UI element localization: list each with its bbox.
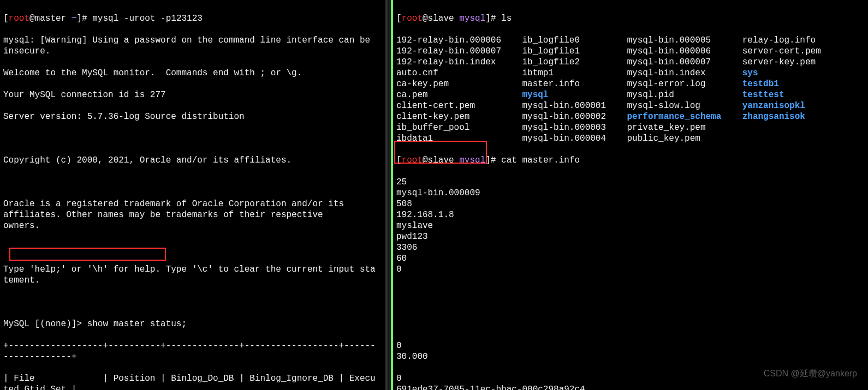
output-line: myslave [396,220,865,231]
watermark: CSDN @延瓒@yankerp [764,368,857,379]
terminal-left-pane[interactable]: [root@master ~]# mysql -uroot -p123123 m… [0,0,388,390]
mysql-prompt-line: MySQL [(none)]> show master status; [3,319,382,329]
list-item: zhangsanisok [742,111,821,122]
list-item: mysql-bin.000006 [627,46,742,57]
table-separator: +------------------+----------+---------… [3,340,382,362]
list-item: testdb1 [742,79,821,89]
list-item: ib_logfile0 [522,35,627,46]
list-item: yanzanisopkl [742,100,821,111]
list-item: ib_logfile2 [522,57,627,68]
list-item: mysql-bin.000003 [522,122,627,133]
list-item: ib_buffer_pool [396,122,522,133]
list-item: ca-key.pem [396,79,522,89]
output-line: 192.168.1.8 [396,209,865,220]
output-line: 60 [396,253,865,264]
table-header: | File | Position | Binlog_Do_DB | Binlo… [3,373,382,390]
list-item: mysql-bin.000002 [522,111,627,122]
list-item: ibtmp1 [522,68,627,79]
list-item: relay-log.info [742,35,821,46]
list-item: mysql-bin.000004 [522,133,627,144]
list-item: mysql-bin.index [627,68,742,79]
mysql-connid: Your MySQL connection id is 277 [3,89,382,100]
output-line: pwd123 [396,231,865,242]
output-line: 0 [396,340,865,351]
list-item: server-cert.pem [742,46,821,57]
highlight-master-info [394,141,487,164]
shell-prompt-line: [root@master ~]# mysql -uroot -p123123 [3,13,382,24]
output-line [396,275,865,286]
list-item: testtest [742,89,821,100]
list-item: private_key.pem [627,122,742,133]
list-item: ib_logfile1 [522,46,627,57]
list-item: mysql-bin.000005 [627,35,742,46]
output-line: mysql-bin.000009 [396,188,865,199]
output-line: 0 [396,264,865,275]
output-line [396,297,865,308]
output-line: 691ede37-7085-11ec-bbac-000c298a92c4 [396,384,865,390]
terminal-right-pane[interactable]: [root@slave mysql]# ls 192-relay-bin.000… [391,0,868,390]
ls-output: 192-relay-bin.000006 192-relay-bin.00000… [396,35,865,144]
output-line [396,286,865,297]
list-item: server-key.pem [742,57,821,68]
list-item: master.info [522,79,627,89]
mysql-version: Server version: 5.7.36-log Source distri… [3,111,382,122]
mysql-welcome: Welcome to the MySQL monitor. Commands e… [3,68,382,79]
mysql-warning: mysql: [Warning] Using a password on the… [3,35,382,57]
highlight-master-status [9,248,166,261]
output-line: 508 [396,199,865,209]
master-info-output: 25mysql-bin.000009508192.168.1.8myslavep… [396,177,865,390]
list-item: mysql-slow.log [627,100,742,111]
list-item: 192-relay-bin.000007 [396,46,522,57]
list-item: performance_schema [627,111,742,122]
output-line: 3306 [396,242,865,253]
list-item: mysql-error.log [627,79,742,89]
mysql-help: Type 'help;' or '\h' for help. Type '\c'… [3,264,382,286]
mysql-trademark: Oracle is a registered trademark of Orac… [3,199,382,231]
shell-prompt-line: [root@slave mysql]# ls [396,13,865,24]
list-item: mysql-bin.000001 [522,100,627,111]
list-item: mysql-bin.000007 [627,57,742,68]
list-item: 192-relay-bin.index [396,57,522,68]
output-line [396,329,865,340]
list-item: auto.cnf [396,68,522,79]
output-line: 25 [396,177,865,188]
output-line [396,308,865,319]
list-item: client-cert.pem [396,100,522,111]
output-line: 30.000 [396,351,865,362]
output-line [396,319,865,329]
list-item: client-key.pem [396,111,522,122]
list-item: 192-relay-bin.000006 [396,35,522,46]
list-item: sys [742,68,821,79]
list-item: mysql.pid [627,89,742,100]
list-item: public_key.pem [627,133,742,144]
mysql-copyright: Copyright (c) 2000, 2021, Oracle and/or … [3,155,382,166]
list-item: mysql [522,89,627,100]
list-item: ca.pem [396,89,522,100]
